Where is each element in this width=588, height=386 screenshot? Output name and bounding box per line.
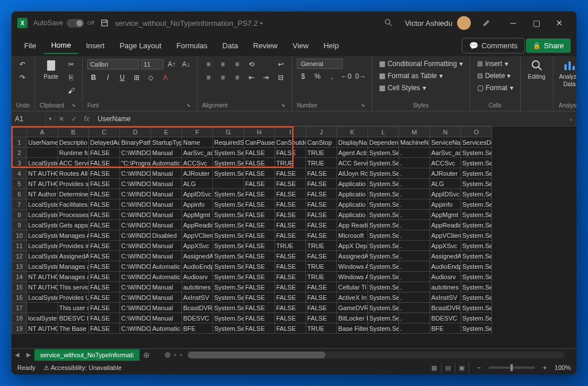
data-cell[interactable]: FALSE: [306, 199, 337, 210]
page-layout-view-button[interactable]: ▤: [442, 362, 455, 373]
data-cell[interactable]: Manual: [151, 168, 182, 179]
data-cell[interactable]: FALSE: [275, 272, 306, 282]
data-cell[interactable]: App Readi: [337, 220, 368, 230]
data-cell[interactable]: .: [399, 303, 430, 313]
data-cell[interactable]: System.Se: [368, 199, 399, 210]
table-header-cell[interactable]: ServiceNa: [430, 137, 461, 148]
data-cell[interactable]: FALSE: [244, 168, 275, 179]
data-cell[interactable]: AppXSvc: [182, 241, 213, 251]
data-cell[interactable]: Processes: [58, 210, 89, 220]
data-cell[interactable]: "C:\Progra: [120, 158, 151, 168]
data-cell[interactable]: autotimes: [430, 282, 461, 292]
data-cell[interactable]: AppXSvc: [430, 241, 461, 251]
table-header-cell[interactable]: MachineN: [399, 137, 430, 148]
row-header-6[interactable]: 6: [12, 189, 27, 199]
data-cell[interactable]: FALSE: [244, 272, 275, 282]
data-cell[interactable]: Manual: [151, 179, 182, 189]
data-cell[interactable]: FALSE: [89, 210, 120, 220]
table-header-cell[interactable]: Dependen: [368, 137, 399, 148]
font-name-select[interactable]: [87, 59, 139, 70]
search-icon[interactable]: [384, 18, 393, 28]
data-cell[interactable]: FALSE: [306, 210, 337, 220]
cut-button[interactable]: ✂: [65, 59, 78, 70]
data-cell[interactable]: .: [399, 189, 430, 199]
data-cell[interactable]: System.Se: [461, 199, 492, 210]
italic-button[interactable]: I: [102, 72, 114, 83]
wrap-text-button[interactable]: ↩: [274, 59, 287, 70]
col-header-M[interactable]: M: [399, 127, 430, 137]
data-cell[interactable]: AppMgmt: [430, 210, 461, 220]
data-cell[interactable]: Provides s: [58, 179, 89, 189]
data-cell[interactable]: TRUE: [306, 272, 337, 282]
data-cell[interactable]: AssignedA: [337, 251, 368, 261]
data-cell[interactable]: FALSE: [275, 168, 306, 179]
data-cell[interactable]: FALSE: [89, 220, 120, 230]
col-header-G[interactable]: G: [213, 127, 244, 137]
alignment-launcher[interactable]: ⬊: [280, 102, 287, 109]
data-cell[interactable]: ACC Servic: [337, 158, 368, 168]
delete-cells-button[interactable]: ⊟ Delete ▾: [475, 71, 516, 81]
data-cell[interactable]: FALSE: [306, 179, 337, 189]
data-cell[interactable]: System.Se: [368, 313, 399, 323]
border-button[interactable]: ⊞: [130, 72, 143, 83]
data-cell[interactable]: Manages a: [58, 272, 89, 282]
data-cell[interactable]: BitLocker D: [337, 313, 368, 323]
data-cell[interactable]: FALSE: [89, 179, 120, 189]
data-cell[interactable]: Applicatio: [337, 199, 368, 210]
comma-button[interactable]: ,: [326, 71, 338, 82]
data-cell[interactable]: LocalSyste: [27, 230, 58, 241]
align-right-button[interactable]: ≡: [231, 72, 243, 83]
data-cell[interactable]: AppMgmt: [182, 210, 213, 220]
data-cell[interactable]: .: [399, 292, 430, 303]
data-cell[interactable]: BcastDVRU: [182, 303, 213, 313]
data-cell[interactable]: AppX Depl: [337, 241, 368, 251]
data-cell[interactable]: AppVClien: [430, 230, 461, 241]
data-cell[interactable]: NT AUTHO: [27, 168, 58, 179]
data-cell[interactable]: C:\WINDO: [120, 303, 151, 313]
data-cell[interactable]: C:\WINDO: [120, 168, 151, 179]
select-all-cell[interactable]: [12, 127, 27, 137]
data-cell[interactable]: ACCSvc: [182, 158, 213, 168]
col-header-F[interactable]: F: [182, 127, 213, 137]
col-header-O[interactable]: O: [461, 127, 492, 137]
data-cell[interactable]: Manual: [151, 251, 182, 261]
conditional-formatting-button[interactable]: ▦ Conditional Formatting ▾: [377, 59, 465, 69]
data-cell[interactable]: ALG: [430, 179, 461, 189]
row-header-5[interactable]: 5: [12, 179, 27, 189]
data-cell[interactable]: Manual: [151, 199, 182, 210]
data-cell[interactable]: Automatic: [151, 323, 182, 334]
data-cell[interactable]: System.Se: [213, 241, 244, 251]
data-cell[interactable]: AppIDSvc: [182, 189, 213, 199]
data-cell[interactable]: FALSE: [306, 282, 337, 292]
data-cell[interactable]: C:\WINDO: [120, 251, 151, 261]
data-cell[interactable]: System.Se: [213, 323, 244, 334]
row-header-4[interactable]: 4: [12, 168, 27, 179]
normal-view-button[interactable]: ▦: [428, 362, 442, 373]
editing-button[interactable]: Editing: [525, 59, 548, 80]
data-cell[interactable]: System.Se: [461, 220, 492, 230]
row-header-11[interactable]: 11: [12, 241, 27, 251]
col-header-K[interactable]: K: [337, 127, 368, 137]
data-cell[interactable]: .: [399, 230, 430, 241]
data-cell[interactable]: Provides U: [58, 292, 89, 303]
data-cell[interactable]: AJRouter: [182, 168, 213, 179]
merge-button[interactable]: ⊟: [274, 72, 287, 83]
data-cell[interactable]: LocalSyste: [27, 261, 58, 272]
data-cell[interactable]: C:\WINDO: [120, 220, 151, 230]
data-cell[interactable]: FALSE: [275, 199, 306, 210]
data-cell[interactable]: System.Se: [213, 251, 244, 261]
data-cell[interactable]: ACC Servic: [58, 158, 89, 168]
share-button[interactable]: 🔒Share: [526, 38, 571, 53]
data-cell[interactable]: FALSE: [244, 251, 275, 261]
data-cell[interactable]: System.Se: [213, 168, 244, 179]
data-cell[interactable]: System.Se: [213, 199, 244, 210]
table-header-cell[interactable]: UserName: [27, 137, 58, 148]
data-cell[interactable]: FALSE: [275, 189, 306, 199]
data-cell[interactable]: LocalSyste: [27, 251, 58, 261]
paste-button[interactable]: Paste: [40, 59, 63, 80]
data-cell[interactable]: FALSE: [306, 220, 337, 230]
data-cell[interactable]: C:\WINDO: [120, 313, 151, 323]
data-cell[interactable]: System.Se: [213, 189, 244, 199]
tab-prev-button[interactable]: ◀: [11, 352, 23, 358]
col-header-B[interactable]: B: [58, 127, 89, 137]
